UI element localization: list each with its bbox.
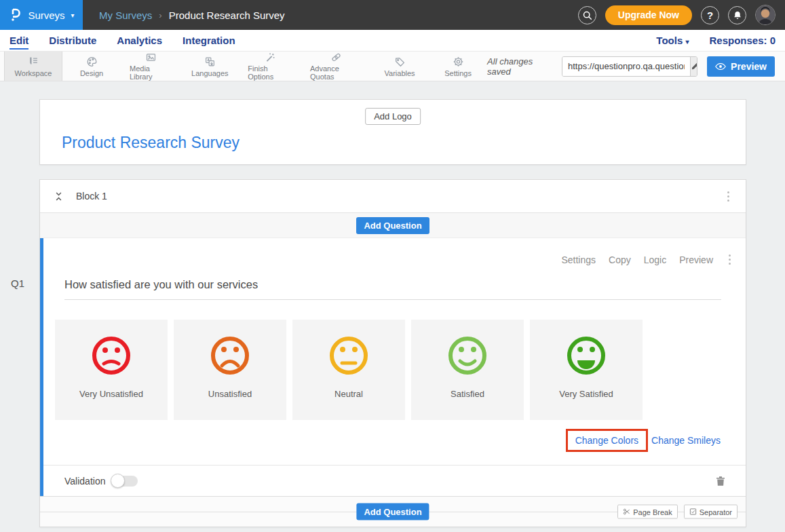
add-question-button-bottom[interactable]: Add Question bbox=[356, 504, 429, 520]
surveys-product-menu[interactable]: Surveys ▾ bbox=[0, 0, 83, 30]
survey-url-input[interactable] bbox=[562, 57, 690, 76]
collapse-block-icon[interactable] bbox=[54, 191, 64, 202]
smiley-neutral-icon bbox=[327, 334, 370, 377]
tab-edit[interactable]: Edit bbox=[9, 32, 28, 50]
option-very-unsatisfied[interactable]: Very Unsatisfied bbox=[55, 320, 168, 420]
toolbar-right: All changes saved Preview bbox=[487, 52, 785, 81]
topbar-actions: Upgrade Now ? bbox=[578, 5, 785, 25]
nav-right: Tools ▾ Responses: 0 bbox=[656, 35, 776, 46]
question-settings-link[interactable]: Settings bbox=[561, 254, 596, 265]
page-break-button[interactable]: Page Break bbox=[617, 505, 677, 519]
section-nav: Edit Distribute Analytics Integration To… bbox=[0, 30, 785, 52]
product-menu-label: Surveys bbox=[28, 10, 64, 21]
smiley-satisfied-icon bbox=[446, 334, 489, 377]
question-preview-link[interactable]: Preview bbox=[679, 254, 713, 265]
image-icon bbox=[145, 52, 157, 63]
bell-icon bbox=[733, 10, 742, 20]
survey-header-card: Add Logo Product Research Survey bbox=[39, 99, 746, 165]
survey-canvas: Add Logo Product Research Survey Block 1… bbox=[0, 81, 785, 527]
tools-menu[interactable]: Tools ▾ bbox=[656, 35, 689, 46]
question-menu-kebab-icon[interactable] bbox=[726, 252, 733, 267]
toolbar-item-settings[interactable]: Settings bbox=[429, 52, 487, 81]
delete-question-button[interactable] bbox=[716, 476, 725, 487]
validation-toggle[interactable] bbox=[112, 476, 138, 487]
toolbar-item-languages[interactable]: Languages bbox=[180, 52, 239, 81]
add-question-strip-top: Add Question bbox=[40, 213, 746, 238]
annotation-highlight-box: Change Colors bbox=[566, 429, 648, 452]
nav-tabs: Edit Distribute Analytics Integration bbox=[9, 32, 235, 50]
survey-url-box bbox=[562, 56, 697, 77]
breadcrumb-my-surveys[interactable]: My Surveys bbox=[99, 10, 152, 21]
option-satisfied[interactable]: Satisfied bbox=[411, 320, 524, 420]
question-title: How satisfied are you with our services bbox=[64, 278, 258, 290]
option-unsatisfied[interactable]: Unsatisfied bbox=[174, 320, 286, 420]
question-copy-link[interactable]: Copy bbox=[609, 254, 631, 265]
question-q1: Q1 Settings Copy Logic Preview How satis… bbox=[40, 238, 746, 496]
smiley-very-satisfied-icon bbox=[564, 334, 608, 377]
trash-icon bbox=[716, 476, 725, 487]
block-title: Block 1 bbox=[76, 191, 107, 202]
save-status: All changes saved bbox=[487, 56, 552, 77]
question-number: Q1 bbox=[11, 278, 24, 289]
search-icon bbox=[582, 10, 592, 20]
block-card: Block 1 Add Question Q1 Settings Copy Lo… bbox=[39, 179, 746, 527]
tab-integration[interactable]: Integration bbox=[183, 32, 235, 50]
toolbar-item-workspace[interactable]: Workspace bbox=[4, 52, 62, 81]
avatar[interactable] bbox=[755, 5, 776, 25]
validation-row: Validation bbox=[43, 465, 746, 496]
toolbar-item-media-library[interactable]: Media Library bbox=[121, 52, 180, 81]
translate-icon bbox=[204, 56, 216, 68]
smiley-options: Very Unsatisfied Unsatisfied bbox=[55, 320, 746, 420]
pencil-icon bbox=[691, 62, 697, 71]
breadcrumb-current: Product Research Survey bbox=[169, 10, 285, 21]
tag-icon bbox=[394, 56, 406, 68]
change-colors-link[interactable]: Change Colors bbox=[575, 435, 638, 446]
block-header: Block 1 bbox=[40, 180, 746, 213]
add-logo-button[interactable]: Add Logo bbox=[365, 108, 421, 125]
toolbar-item-variables[interactable]: Variables bbox=[370, 52, 429, 81]
chevron-down-icon: ▾ bbox=[685, 38, 689, 45]
help-button[interactable]: ? bbox=[701, 6, 719, 24]
upgrade-now-button[interactable]: Upgrade Now bbox=[605, 5, 692, 25]
workspace-icon bbox=[27, 56, 40, 68]
toolbar-item-advance-quotas[interactable]: Advance Quotas bbox=[301, 52, 370, 81]
block-footer: Add Question Page Break Separator bbox=[40, 496, 746, 527]
breadcrumb-separator: › bbox=[159, 10, 161, 20]
notifications-button[interactable] bbox=[728, 6, 746, 24]
question-title-field[interactable]: How satisfied are you with our services bbox=[64, 278, 721, 300]
eye-icon bbox=[715, 62, 726, 71]
change-smileys-link[interactable]: Change Smileys bbox=[651, 435, 721, 446]
question-logic-link[interactable]: Logic bbox=[644, 254, 666, 265]
separator-button[interactable]: Separator bbox=[684, 505, 738, 519]
top-bar: Surveys ▾ My Surveys › Product Research … bbox=[0, 0, 785, 30]
toolbar-item-finish-options[interactable]: Finish Options bbox=[239, 52, 301, 81]
chevron-down-icon: ▾ bbox=[71, 12, 75, 19]
magic-wand-icon bbox=[264, 52, 277, 63]
chain-link-icon bbox=[330, 52, 343, 63]
scissors-icon bbox=[623, 508, 630, 516]
smiley-unsatisfied-icon bbox=[208, 334, 252, 377]
survey-title[interactable]: Product Research Survey bbox=[62, 134, 240, 152]
tab-distribute[interactable]: Distribute bbox=[49, 32, 96, 50]
edit-url-button[interactable] bbox=[690, 57, 697, 76]
breadcrumb: My Surveys › Product Research Survey bbox=[99, 10, 285, 21]
preview-button[interactable]: Preview bbox=[707, 56, 775, 77]
smiley-option-links: Change Colors Change Smileys bbox=[43, 429, 721, 452]
questionpro-logo-icon bbox=[8, 7, 22, 22]
gear-icon bbox=[452, 56, 465, 68]
responses-count[interactable]: Responses: 0 bbox=[709, 35, 776, 46]
option-very-satisfied[interactable]: Very Satisfied bbox=[530, 320, 643, 420]
search-button[interactable] bbox=[578, 6, 596, 24]
question-mark-icon: ? bbox=[707, 10, 713, 21]
block-menu-kebab-icon[interactable] bbox=[725, 189, 732, 204]
palette-icon bbox=[85, 56, 98, 68]
editor-toolbar: Workspace Design Media Library Languages… bbox=[0, 52, 785, 81]
tab-analytics[interactable]: Analytics bbox=[117, 32, 162, 50]
question-actions: Settings Copy Logic Preview bbox=[43, 238, 746, 267]
option-neutral[interactable]: Neutral bbox=[292, 320, 405, 420]
add-question-button-top[interactable]: Add Question bbox=[356, 217, 429, 234]
toolbar-item-design[interactable]: Design bbox=[62, 52, 121, 81]
checkbox-icon bbox=[689, 508, 697, 516]
validation-label: Validation bbox=[64, 476, 105, 487]
smiley-very-unsatisfied-icon bbox=[90, 334, 133, 377]
